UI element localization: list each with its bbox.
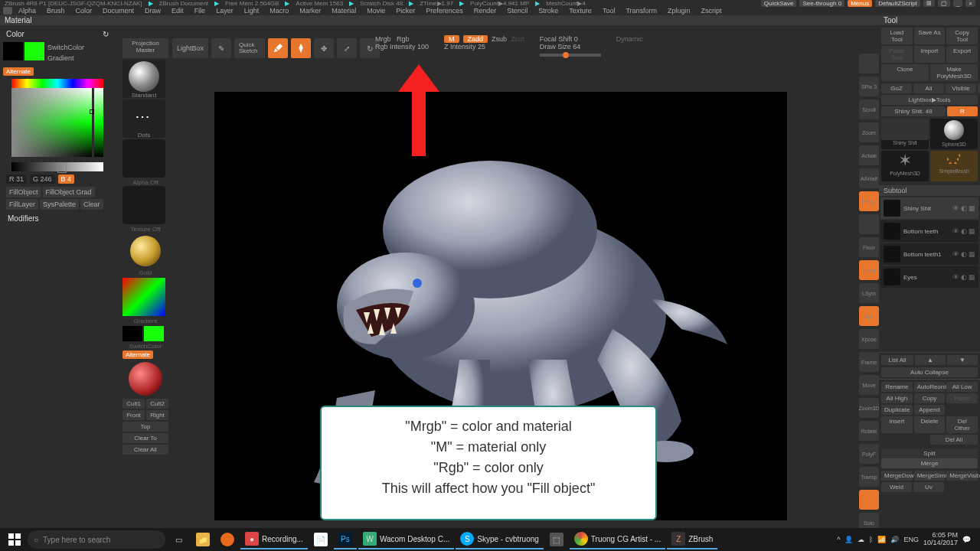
rstrip-floor[interactable]: Floor bbox=[859, 237, 879, 257]
refresh-icon[interactable]: ↻ bbox=[103, 30, 109, 38]
mrgb-button[interactable]: Mrgb bbox=[375, 35, 391, 43]
quicksketch-button[interactable]: Quick Sketch bbox=[234, 38, 265, 58]
delother-button[interactable]: Del Other bbox=[946, 416, 978, 433]
alpha-slot[interactable] bbox=[122, 139, 165, 178]
rstrip-spix[interactable]: SPix 3 bbox=[859, 77, 879, 96]
mergedown-button[interactable]: MergeDown bbox=[881, 471, 913, 481]
merge-section[interactable]: Merge bbox=[881, 458, 978, 468]
front-button[interactable]: Front bbox=[122, 410, 145, 420]
autoreorder-button[interactable]: AutoReorder bbox=[914, 382, 946, 392]
photoshop-button[interactable]: Ps bbox=[334, 530, 357, 549]
allhigh-button[interactable]: All High bbox=[881, 393, 913, 403]
rgb-intensity[interactable]: Rgb Intensity 100 bbox=[375, 43, 429, 51]
uv-button[interactable]: Uv bbox=[913, 482, 944, 492]
taskbar-item[interactable]: WWacom Desktop C... bbox=[358, 530, 454, 549]
sketch-icon[interactable]: ✎ bbox=[211, 38, 231, 58]
swatch-fg[interactable] bbox=[24, 42, 44, 60]
subtool-header[interactable]: Subtool bbox=[879, 185, 980, 196]
subtool-item[interactable]: Bottom teeth👁◐▦ bbox=[880, 220, 978, 242]
texture-slot[interactable] bbox=[122, 186, 165, 224]
append-button[interactable]: Append bbox=[914, 405, 946, 415]
move-button[interactable]: ✥ bbox=[314, 38, 334, 58]
system-tray[interactable]: ^ 👤 ☁ ᛒ 📶 🔊 ENG 6:05 PM 10/14/2017 💬 bbox=[837, 532, 977, 547]
gradient-button[interactable]: Gradient bbox=[46, 53, 112, 64]
home-icon[interactable] bbox=[3, 7, 12, 15]
fillobject-grad-button[interactable]: FillObject Grad bbox=[43, 187, 95, 197]
copytool-button[interactable]: Copy Tool bbox=[946, 28, 978, 44]
right-button[interactable]: Right bbox=[146, 410, 168, 420]
menu-item[interactable]: Preferences bbox=[421, 7, 468, 15]
material-preview[interactable] bbox=[129, 362, 162, 396]
menu-item[interactable]: Movie bbox=[362, 7, 390, 15]
loadtool-button[interactable]: Load Tool bbox=[881, 28, 913, 44]
rstrip-xyz[interactable]: xyz bbox=[859, 306, 879, 326]
stroke-slot[interactable]: Dots bbox=[122, 99, 165, 138]
modifiers-section[interactable]: Modifiers bbox=[8, 214, 107, 223]
r-button[interactable]: R bbox=[947, 106, 978, 116]
window-icon[interactable]: _ bbox=[953, 0, 962, 7]
swatch-bg[interactable] bbox=[122, 326, 142, 341]
export-button[interactable]: Export bbox=[946, 46, 978, 63]
rstrip-aahalf[interactable]: AAHalf bbox=[859, 168, 879, 188]
up-icon[interactable]: ▲ bbox=[915, 355, 946, 365]
edit-button[interactable] bbox=[268, 38, 288, 58]
pastetool-button[interactable]: Paste Tool bbox=[881, 46, 913, 63]
draw-size-slider[interactable] bbox=[540, 54, 601, 57]
mini-picker[interactable] bbox=[122, 278, 165, 316]
clear-button[interactable]: Clear bbox=[80, 199, 103, 210]
cult1-button[interactable]: Cult1 bbox=[122, 399, 145, 409]
gray-ramp[interactable] bbox=[11, 162, 103, 171]
rstrip-mat[interactable] bbox=[859, 490, 879, 510]
chrome-button[interactable]: Truong CG Artist - ... bbox=[570, 530, 665, 549]
swatch-bg[interactable] bbox=[3, 42, 23, 60]
zcut-button[interactable]: Zcut bbox=[511, 35, 524, 43]
copy-button[interactable]: Copy bbox=[914, 393, 946, 403]
tool-thumb[interactable]: ࿚SimpleBrush bbox=[930, 151, 978, 181]
defaultzscript-button[interactable]: DefaultZScript bbox=[875, 0, 920, 7]
clearall-button[interactable]: Clear All bbox=[122, 445, 168, 455]
rstrip-zoom3d[interactable]: Zoom3D bbox=[859, 398, 879, 418]
paste-button[interactable]: Paste bbox=[946, 393, 978, 403]
rename-button[interactable]: Rename bbox=[881, 382, 913, 392]
color-b[interactable]: B 4 bbox=[58, 174, 75, 184]
menu-item[interactable]: Render bbox=[469, 7, 501, 15]
window-icon[interactable]: ⊞ bbox=[923, 0, 935, 7]
draw-button[interactable] bbox=[291, 38, 311, 58]
taskbar-item[interactable]: 📄 bbox=[309, 530, 332, 549]
rstrip-move[interactable]: Move bbox=[859, 375, 879, 395]
menu-item[interactable]: Texture bbox=[564, 7, 596, 15]
menu-item[interactable]: Alpha bbox=[14, 7, 41, 15]
menu-item[interactable]: File bbox=[190, 7, 211, 15]
swatch-fg[interactable] bbox=[144, 326, 164, 341]
menu-item[interactable]: Zscript bbox=[697, 7, 727, 15]
search-input[interactable]: ○ Type here to search bbox=[28, 530, 165, 549]
goz-button[interactable]: GoZ bbox=[881, 83, 912, 93]
filllayer-button[interactable]: FillLayer bbox=[6, 199, 38, 210]
color-r[interactable]: R 31 bbox=[6, 174, 27, 184]
color-picker[interactable] bbox=[11, 79, 103, 159]
mergesimilar-button[interactable]: MergeSimilar bbox=[914, 471, 946, 481]
close-icon[interactable]: × bbox=[965, 0, 975, 7]
syspalette-button[interactable]: SysPalette bbox=[40, 199, 79, 210]
saveas-button[interactable]: Save As bbox=[914, 28, 946, 44]
rstrip-rotate[interactable]: Rotate bbox=[859, 421, 879, 441]
taskview-button[interactable]: ▭ bbox=[167, 530, 190, 549]
current-tool[interactable]: Shiny Shit. 48 bbox=[881, 106, 946, 116]
start-button[interactable] bbox=[3, 528, 26, 551]
rstrip-transp[interactable]: Transp bbox=[859, 467, 879, 487]
lightbox-tools-button[interactable]: Lightbox▶Tools bbox=[881, 95, 978, 105]
delete-button[interactable]: Delete bbox=[914, 416, 946, 433]
draw-size[interactable]: Draw Size 64 bbox=[540, 43, 601, 51]
rstrip-scroll[interactable]: Scroll bbox=[859, 99, 879, 119]
cult2-button[interactable]: Cult2 bbox=[146, 399, 168, 409]
rstrip-bg[interactable] bbox=[859, 214, 879, 234]
subtool-item[interactable]: Bottom teeth1👁◐▦ bbox=[880, 243, 978, 265]
all-button[interactable]: All bbox=[913, 83, 944, 93]
alternate-button[interactable]: Alternate bbox=[122, 350, 153, 359]
rstrip-local[interactable]: Local bbox=[859, 260, 879, 280]
zsub-button[interactable]: Zsub bbox=[492, 35, 507, 43]
tool-thumb[interactable]: ✶PolyMesh3D bbox=[881, 151, 929, 181]
menu-item[interactable]: Draw bbox=[140, 7, 165, 15]
firefox-button[interactable] bbox=[216, 530, 239, 549]
import-button[interactable]: Import bbox=[914, 46, 946, 63]
